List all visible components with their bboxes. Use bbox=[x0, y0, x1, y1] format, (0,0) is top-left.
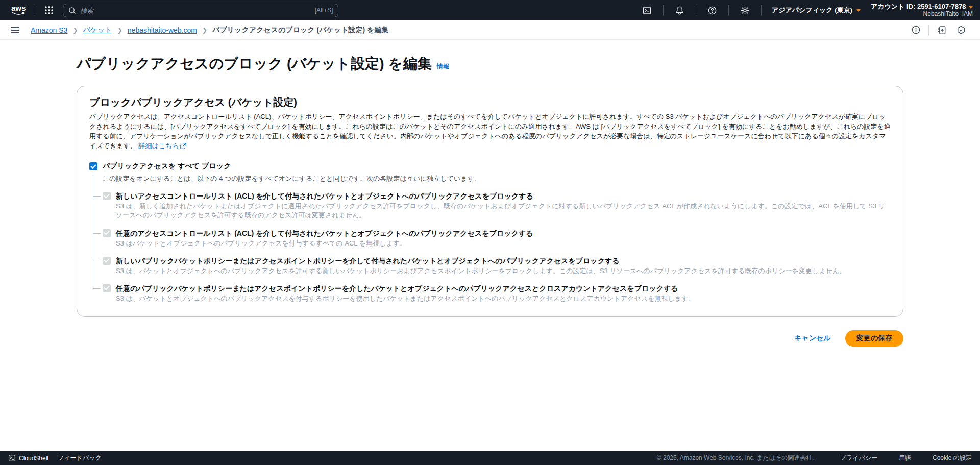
breadcrumb-separator: ❯ bbox=[202, 27, 207, 34]
breadcrumb: Amazon S3 ❯ バケット ❯ nebashitaito-web.com … bbox=[31, 26, 388, 35]
divider bbox=[728, 5, 729, 16]
block-new-acls-checkbox bbox=[103, 192, 111, 200]
breadcrumb-separator: ❯ bbox=[117, 27, 122, 34]
iam-user-name: NebashiTaito_IAM bbox=[923, 10, 973, 18]
option-block-new-acls: 新しいアクセスコントロールリスト (ACL) を介して付与されたバケットとオブジ… bbox=[103, 191, 891, 220]
divider bbox=[696, 5, 696, 16]
option-block-any-policies: 任意のパブリックバケットポリシーまたはアクセスポイントポリシーを介したバケットと… bbox=[103, 284, 891, 303]
block-all-public-access-label: パブリックアクセスを すべて ブロック bbox=[103, 162, 231, 171]
block-any-policies-checkbox bbox=[103, 284, 111, 292]
info-link[interactable]: 情報 bbox=[437, 62, 449, 71]
cloudshell-label: CloudShell bbox=[19, 455, 48, 462]
aws-logo[interactable]: aws bbox=[8, 5, 29, 16]
cancel-button[interactable]: キャンセル bbox=[794, 334, 831, 343]
option-description: S3 は、バケットとオブジェクトへのパブリックアクセスを付与するポリシーを使用し… bbox=[116, 294, 695, 303]
notifications-bell-icon[interactable] bbox=[670, 6, 690, 15]
chevron-down-icon bbox=[856, 9, 861, 12]
footer-cookie-settings-link[interactable]: Cookie の設定 bbox=[933, 454, 972, 462]
breadcrumb-current-page: パブリックアクセスのブロック (バケット設定) を編集 bbox=[212, 26, 388, 35]
top-navigation-bar: aws [Alt+S] bbox=[0, 0, 980, 20]
search-input[interactable] bbox=[80, 7, 310, 14]
chevron-down-icon bbox=[969, 6, 973, 9]
search-shortcut-hint: [Alt+S] bbox=[315, 7, 333, 14]
region-selector[interactable]: アジアパシフィック (東京) bbox=[768, 6, 865, 15]
info-icon[interactable] bbox=[906, 25, 925, 35]
divider bbox=[928, 25, 929, 36]
breadcrumb-separator: ❯ bbox=[72, 27, 78, 34]
footer-privacy-link[interactable]: プライバシー bbox=[840, 454, 877, 462]
cloudshell-icon[interactable] bbox=[637, 6, 657, 15]
block-any-acls-checkbox bbox=[103, 229, 111, 237]
footer-cloudshell-button[interactable]: CloudShell bbox=[8, 454, 48, 462]
sub-settings-tree: この設定をオンにすることは、以下の 4 つの設定をすべてオンにすることと同じです… bbox=[89, 173, 891, 303]
account-menu[interactable]: アカウント ID: 2591-6107-7878 NebashiTaito_IA… bbox=[871, 3, 973, 18]
breadcrumb-buckets[interactable]: バケット bbox=[83, 26, 112, 35]
breadcrumb-bar: Amazon S3 ❯ バケット ❯ nebashitaito-web.com … bbox=[0, 20, 980, 40]
option-description: S3 は、バケットとオブジェクトへのパブリックアクセスを許可する新しいバケットポ… bbox=[116, 266, 846, 276]
divider bbox=[35, 5, 35, 16]
option-label: 任意のアクセスコントロールリスト (ACL) を介して付与されたバケットとオブジ… bbox=[116, 229, 533, 238]
option-description: S3 はバケットとオブジェクトへのパブリックアクセスを付与するすべての ACL … bbox=[116, 239, 533, 248]
learn-more-link[interactable]: 詳細はこちら bbox=[138, 142, 179, 150]
divider bbox=[663, 5, 664, 16]
search-icon bbox=[68, 7, 76, 14]
option-label: 任意のパブリックバケットポリシーまたはアクセスポイントポリシーを介したバケットと… bbox=[116, 284, 695, 293]
aws-logo-text: aws bbox=[11, 5, 26, 11]
account-id: アカウント ID: 2591-6107-7878 bbox=[871, 3, 973, 10]
hamburger-menu-icon[interactable] bbox=[6, 24, 24, 36]
option-description: S3 は、新しく追加されたバケットまたはオブジェクトに適用されたパブリックアクセ… bbox=[116, 202, 891, 220]
footer-terms-link[interactable]: 用語 bbox=[899, 454, 911, 462]
option-block-new-policies: 新しいパブリックバケットポリシーまたはアクセスポイントポリシーを介して付与された… bbox=[103, 256, 891, 276]
aws-smile-icon bbox=[12, 12, 25, 16]
console-footer: CloudShell フィードバック © 2025, Amazon Web Se… bbox=[0, 451, 980, 465]
breadcrumb-bucket-name[interactable]: nebashitaito-web.com bbox=[128, 26, 197, 34]
option-block-any-acls: 任意のアクセスコントロールリスト (ACL) を介して付与されたバケットとオブジ… bbox=[103, 229, 891, 248]
main-content: パブリックアクセスのブロック (バケット設定) を編集 情報 ブロックパブリック… bbox=[0, 40, 980, 317]
footer-feedback-button[interactable]: フィードバック bbox=[58, 454, 102, 462]
option-label: 新しいアクセスコントロールリスト (ACL) を介して付与されたバケットとオブジ… bbox=[116, 191, 891, 201]
cloudshell-terminal-icon bbox=[8, 454, 16, 462]
card-title: ブロックパブリックアクセス (バケット設定) bbox=[89, 95, 891, 109]
services-grid-icon[interactable] bbox=[41, 6, 57, 15]
block-all-public-access-checkbox[interactable] bbox=[89, 162, 97, 170]
settings-gear-icon[interactable] bbox=[735, 6, 755, 15]
external-link-icon bbox=[180, 142, 186, 152]
global-search[interactable]: [Alt+S] bbox=[63, 4, 338, 17]
notebook-panel-icon[interactable] bbox=[932, 25, 951, 35]
option-label: 新しいパブリックバケットポリシーまたはアクセスポイントポリシーを介して付与された… bbox=[116, 256, 846, 266]
block-all-public-access-row: パブリックアクセスを すべて ブロック bbox=[89, 162, 891, 171]
form-actions: キャンセル 変更の保存 bbox=[0, 330, 903, 347]
breadcrumb-amazon-s3[interactable]: Amazon S3 bbox=[31, 26, 67, 34]
help-icon[interactable] bbox=[702, 6, 722, 15]
divider bbox=[761, 5, 762, 16]
region-label: アジアパシフィック (東京) bbox=[772, 6, 852, 15]
card-description: パブリックアクセスは、アクセスコントロールリスト (ACL)、バケットポリシー、… bbox=[89, 112, 891, 152]
block-all-description: この設定をオンにすることは、以下の 4 つの設定をすべてオンにすることと同じです… bbox=[103, 173, 891, 183]
copyright-text: © 2025, Amazon Web Services, Inc. またはその関… bbox=[657, 454, 819, 462]
hexagon-status-icon[interactable] bbox=[951, 25, 971, 35]
page-title: パブリックアクセスのブロック (バケット設定) を編集 bbox=[77, 54, 432, 74]
save-changes-button[interactable]: 変更の保存 bbox=[845, 330, 903, 347]
block-public-access-card: ブロックパブリックアクセス (バケット設定) パブリックアクセスは、アクセスコン… bbox=[77, 86, 903, 317]
block-new-policies-checkbox bbox=[103, 257, 111, 265]
